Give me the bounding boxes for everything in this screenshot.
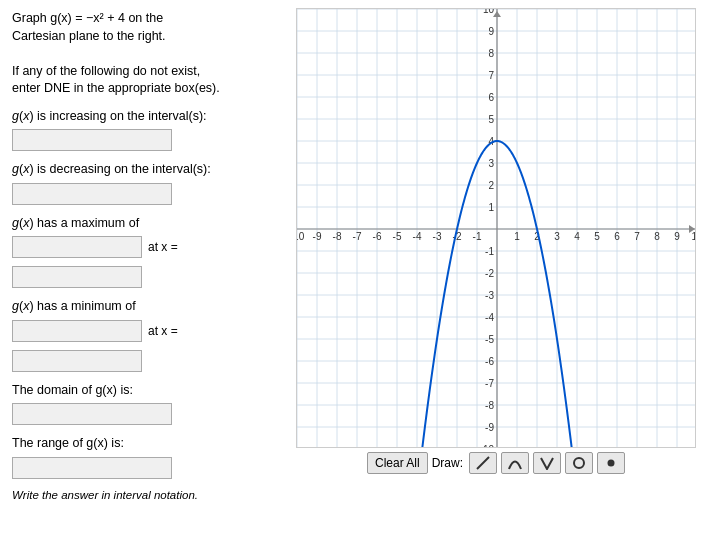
decreasing-input[interactable] bbox=[12, 183, 172, 205]
range-section: The range of g(x) is: bbox=[12, 435, 278, 479]
circle-tool-button[interactable] bbox=[565, 452, 593, 474]
maximum-label: g(x) has a maximum of bbox=[12, 215, 278, 233]
decreasing-section: g(x) is decreasing on the interval(s): bbox=[12, 161, 278, 205]
dot-tool-button[interactable] bbox=[597, 452, 625, 474]
minimum-value-input[interactable] bbox=[12, 320, 142, 342]
maximum-x-input[interactable] bbox=[12, 266, 142, 288]
circle-icon bbox=[572, 456, 586, 470]
domain-section: The domain of g(x) is: bbox=[12, 382, 278, 426]
decreasing-label: g(x) is decreasing on the interval(s): bbox=[12, 161, 278, 179]
interval-notation-note: Write the answer in interval notation. bbox=[12, 489, 278, 501]
range-label: The range of g(x) is: bbox=[12, 435, 278, 453]
maximum-at-x-label: at x = bbox=[148, 240, 178, 254]
line-icon bbox=[476, 456, 490, 470]
graph-canvas bbox=[297, 9, 696, 448]
minimum-label: g(x) has a minimum of bbox=[12, 298, 278, 316]
maximum-section: g(x) has a maximum of at x = bbox=[12, 215, 278, 289]
left-panel: Graph g(x) = −x² + 4 on the Cartesian pl… bbox=[0, 0, 290, 534]
check-icon bbox=[540, 456, 554, 470]
domain-label: The domain of g(x) is: bbox=[12, 382, 278, 400]
minimum-at-x-label: at x = bbox=[148, 324, 178, 338]
clear-all-button[interactable]: Clear All bbox=[367, 452, 428, 474]
right-panel: Clear All Draw: bbox=[290, 0, 706, 534]
minimum-section: g(x) has a minimum of at x = bbox=[12, 298, 278, 372]
range-input[interactable] bbox=[12, 457, 172, 479]
minimum-x-input[interactable] bbox=[12, 350, 142, 372]
increasing-input[interactable] bbox=[12, 129, 172, 151]
toolbar: Clear All Draw: bbox=[367, 452, 625, 474]
graph-area[interactable] bbox=[296, 8, 696, 448]
svg-line-0 bbox=[477, 457, 489, 469]
line-tool-button[interactable] bbox=[469, 452, 497, 474]
check-tool-button[interactable] bbox=[533, 452, 561, 474]
arch-tool-button[interactable] bbox=[501, 452, 529, 474]
dot-icon bbox=[604, 456, 618, 470]
increasing-section: g(x) is increasing on the interval(s): bbox=[12, 108, 278, 152]
domain-input[interactable] bbox=[12, 403, 172, 425]
increasing-label: g(x) is increasing on the interval(s): bbox=[12, 108, 278, 126]
instruction-text: Graph g(x) = −x² + 4 on the Cartesian pl… bbox=[12, 10, 278, 98]
svg-point-2 bbox=[608, 460, 615, 467]
maximum-value-input[interactable] bbox=[12, 236, 142, 258]
draw-label: Draw: bbox=[432, 456, 463, 470]
svg-point-1 bbox=[574, 458, 584, 468]
arch-icon bbox=[508, 456, 522, 470]
